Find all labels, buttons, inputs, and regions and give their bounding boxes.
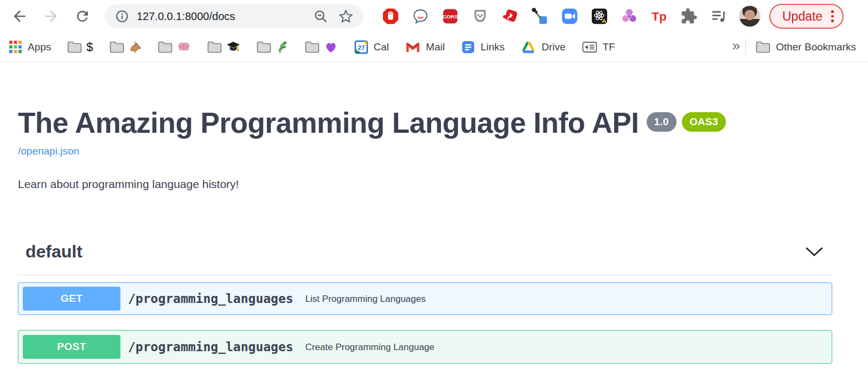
- zoom-meeting-icon[interactable]: [560, 5, 579, 27]
- folder-icon: [207, 41, 222, 53]
- bookmark-folder-horse[interactable]: [110, 40, 142, 54]
- address-bar[interactable]: 127.0.0.1:8000/docs: [105, 4, 363, 28]
- color-picker-icon[interactable]: [531, 5, 549, 27]
- kebab-menu-icon[interactable]: [831, 9, 834, 23]
- oas3-badge: OAS3: [682, 112, 726, 132]
- bookmark-folder-heart[interactable]: [305, 41, 338, 54]
- endpoint-path: /programming_languages: [128, 292, 293, 306]
- carousel-horse-icon: [129, 40, 142, 54]
- bookmark-label: TF: [603, 41, 615, 53]
- endpoint-path: /programming_languages: [128, 340, 293, 354]
- bookmark-links[interactable]: Links: [461, 40, 505, 54]
- browser-toolbar: 127.0.0.1:8000/docs: [0, 0, 868, 33]
- bookmark-calendar[interactable]: 27 Cal: [354, 40, 390, 54]
- bookmark-label: Other Bookmarks: [776, 41, 856, 53]
- page-title: The Amazing Programming Language Info AP…: [18, 107, 832, 139]
- purple-heart-icon: [324, 41, 338, 54]
- tag-title: default: [25, 242, 82, 262]
- tf-card-icon: [582, 41, 597, 53]
- update-button[interactable]: Update: [769, 4, 844, 29]
- svg-text:Tp: Tp: [652, 9, 667, 23]
- folder-icon: [67, 41, 82, 53]
- bookmarks-overflow-chevron[interactable]: »: [732, 37, 740, 54]
- gmail-icon: [405, 41, 420, 53]
- chat-bubble-icon[interactable]: [411, 5, 430, 27]
- forward-icon[interactable]: [39, 4, 63, 28]
- reload-icon[interactable]: [71, 4, 94, 28]
- bookmark-apps[interactable]: Apps: [9, 40, 51, 54]
- endpoint-post-programming-languages[interactable]: POST /programming_languages Create Progr…: [18, 330, 832, 364]
- bookmarks-divider: [745, 39, 746, 55]
- bookmark-label: Apps: [28, 41, 51, 53]
- endpoint-get-programming-languages[interactable]: GET /programming_languages List Programm…: [18, 282, 832, 315]
- brain-icon: [177, 41, 191, 54]
- apps-grid-icon: [9, 40, 22, 54]
- links-doc-icon: [461, 40, 475, 54]
- extensions-area: CORS: [370, 5, 728, 27]
- version-badge: 1.0: [647, 112, 676, 132]
- openapi-spec-link[interactable]: /openapi.json: [18, 145, 79, 157]
- svg-text:27: 27: [358, 44, 365, 50]
- bookmark-drive[interactable]: Drive: [521, 40, 565, 54]
- bookmark-folder-gradcap[interactable]: [207, 40, 240, 54]
- calendar-icon: 27: [354, 40, 368, 54]
- endpoint-summary: Create Programming Language: [305, 341, 435, 353]
- site-info-icon[interactable]: [115, 9, 129, 23]
- folder-icon: [305, 41, 320, 53]
- graduation-cap-icon: [226, 40, 240, 54]
- bookmark-folder-herb[interactable]: [257, 40, 289, 54]
- folder-icon: [756, 41, 770, 53]
- bookmark-label: Links: [481, 41, 505, 53]
- bookmark-label: Drive: [541, 41, 565, 53]
- folder-icon: [110, 41, 124, 53]
- adblock-hand-icon[interactable]: [381, 5, 400, 27]
- method-badge-post: POST: [23, 335, 120, 359]
- bookmark-tf[interactable]: TF: [582, 41, 615, 53]
- bookmark-label: Mail: [426, 41, 445, 53]
- profile-avatar[interactable]: [739, 5, 761, 27]
- puzzle-icon[interactable]: [680, 5, 698, 27]
- bookmark-mail[interactable]: Mail: [405, 41, 445, 53]
- other-bookmarks[interactable]: Other Bookmarks: [756, 41, 856, 53]
- svg-text:CORS: CORS: [443, 14, 458, 20]
- herb-icon: [276, 40, 289, 54]
- chevron-down-icon[interactable]: [805, 247, 824, 257]
- tag-section-default[interactable]: default: [18, 242, 832, 275]
- pocket-icon[interactable]: [471, 5, 489, 27]
- folder-icon: [158, 41, 173, 53]
- red-arrow-icon[interactable]: [501, 5, 519, 27]
- recycle-purple-icon[interactable]: [620, 5, 639, 27]
- cors-icon[interactable]: CORS: [441, 5, 459, 27]
- drive-icon: [521, 40, 536, 54]
- bookmark-label: Cal: [374, 41, 390, 53]
- star-icon[interactable]: [337, 8, 354, 24]
- playlist-icon[interactable]: [710, 5, 728, 27]
- swagger-docs: The Amazing Programming Language Info AP…: [0, 107, 868, 364]
- url-text: 127.0.0.1:8000/docs: [137, 10, 304, 23]
- back-icon[interactable]: [8, 4, 31, 28]
- update-label: Update: [782, 9, 822, 24]
- api-description: Learn about programming language history…: [18, 178, 832, 191]
- zoom-out-icon[interactable]: [312, 8, 329, 24]
- method-badge-get: GET: [23, 287, 120, 311]
- bookmarks-bar: Apps $: [0, 33, 868, 62]
- endpoint-summary: List Programming Languages: [305, 293, 426, 305]
- react-devtools-icon[interactable]: [590, 5, 609, 27]
- dollar-sign-label: $: [86, 40, 93, 54]
- folder-icon: [257, 41, 271, 53]
- bookmark-folder-brain[interactable]: [158, 41, 191, 54]
- tp-icon[interactable]: Tp: [650, 5, 668, 27]
- bookmark-folder-dollar[interactable]: $: [67, 40, 93, 54]
